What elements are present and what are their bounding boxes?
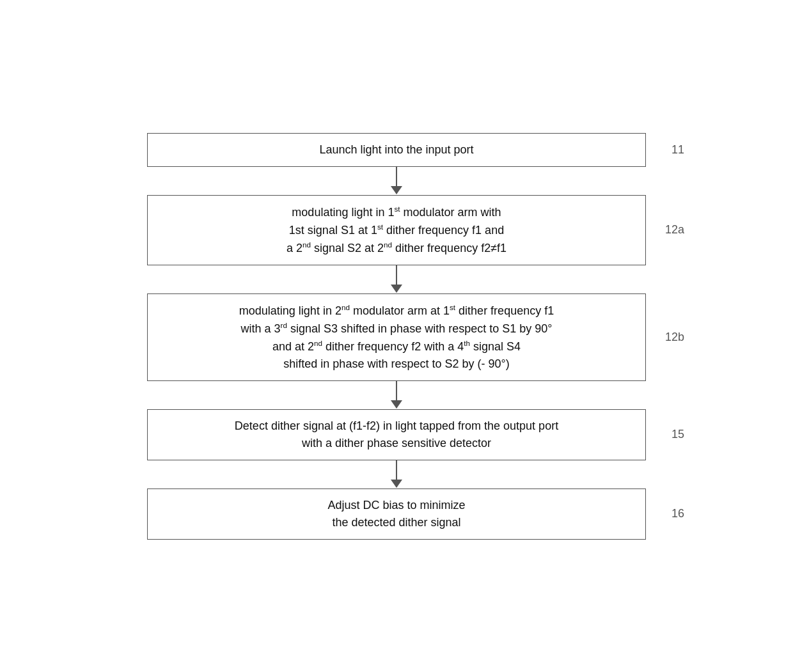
arrow1	[147, 167, 646, 195]
arrow2	[147, 265, 646, 293]
step5-box: Adjust DC bias to minimize the detected …	[147, 488, 646, 540]
step3-wrapper: modulating light in 2nd modulator arm at…	[147, 293, 646, 381]
arrow1-head	[391, 186, 402, 194]
step2-box: modulating light in 1st modulator arm wi…	[147, 195, 646, 265]
step4-label: 15	[671, 428, 684, 441]
step3-box: modulating light in 2nd modulator arm at…	[147, 293, 646, 381]
arrow4-line	[396, 460, 397, 480]
arrow2-head	[391, 285, 402, 293]
arrow1-line	[396, 167, 397, 186]
step4-wrapper: Detect dither signal at (f1-f2) in light…	[147, 409, 646, 460]
arrow3-head	[391, 400, 402, 409]
step3-label: 12b	[665, 331, 684, 344]
arrow3-line	[396, 381, 397, 400]
step2-label: 12a	[665, 223, 684, 237]
step5-wrapper: Adjust DC bias to minimize the detected …	[147, 488, 646, 540]
arrow4-head	[391, 480, 402, 488]
flowchart: Launch light into the input port 11 modu…	[0, 0, 793, 672]
step1-label: 11	[671, 143, 684, 157]
step5-label: 16	[671, 507, 684, 520]
step4-box: Detect dither signal at (f1-f2) in light…	[147, 409, 646, 460]
arrow4	[147, 460, 646, 488]
step1-wrapper: Launch light into the input port 11	[147, 133, 646, 167]
arrow3	[147, 381, 646, 409]
step2-wrapper: modulating light in 1st modulator arm wi…	[147, 195, 646, 265]
arrow2-line	[396, 265, 397, 285]
step1-box: Launch light into the input port	[147, 133, 646, 167]
